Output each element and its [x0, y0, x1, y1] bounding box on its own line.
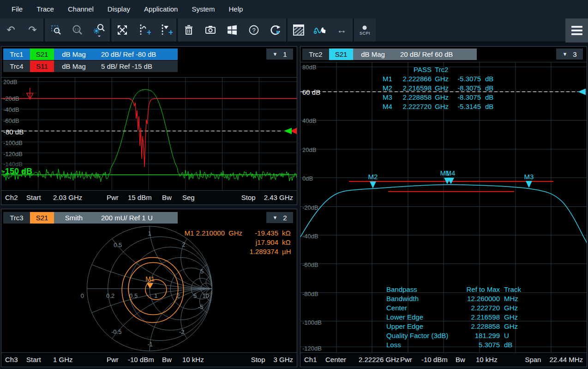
- window-selector-2[interactable]: ▼ 2: [266, 212, 293, 223]
- magnitude-chart-ch2[interactable]: 20dB-20dB-40dB-60dB-80 dB-100dB-120dB-14…: [1, 77, 297, 191]
- stop-label[interactable]: Stop: [241, 191, 256, 204]
- menu-item-display[interactable]: Display: [101, 0, 137, 18]
- span-value[interactable]: 22.44 MHz: [549, 353, 583, 366]
- bandwidth-value[interactable]: Seg: [182, 191, 195, 204]
- trace-scale[interactable]: 20 dB/ Ref -80 dB: [94, 48, 178, 60]
- svg-text:?: ?: [252, 27, 255, 34]
- channel-label[interactable]: Ch3: [5, 353, 26, 366]
- trace-scale[interactable]: 5 dB/ Ref -15 dB: [94, 60, 178, 72]
- start-value[interactable]: 1 GHz: [53, 353, 73, 366]
- marker-readout-table[interactable]: PASSTrc2M12.222866GHz-5.3075dBM22.216598…: [383, 65, 497, 111]
- trace-row-trc4[interactable]: Trc4 S11 dB Mag 5 dB/ Ref -15 dB: [3, 60, 178, 72]
- start-label[interactable]: Start: [26, 191, 53, 204]
- bandwidth-label[interactable]: Bw: [162, 353, 182, 366]
- trace-format[interactable]: dB Mag: [353, 48, 393, 60]
- trace-row-trc3[interactable]: Trc3 S21 Smith 200 mU/ Ref 1 U: [3, 212, 178, 224]
- undo-icon[interactable]: ↶: [0, 19, 22, 41]
- trace-trc3-s21[interactable]: [122, 258, 184, 323]
- trace-name[interactable]: Trc2: [302, 48, 329, 60]
- menu-item-channel[interactable]: Channel: [61, 0, 101, 18]
- stop-label[interactable]: Stop: [251, 353, 265, 366]
- window-2: Trc3 S21 Smith 200 mU/ Ref 1 U ▼ 2: [1, 209, 297, 367]
- bandwidth-value[interactable]: 10 kHz: [476, 353, 498, 366]
- bandpass-chart-ch1[interactable]: M2 M1 M4 M3 80dB60 dB40dB20dB0dB-20dB-40…: [300, 62, 587, 353]
- delete-icon[interactable]: [178, 19, 199, 41]
- menu-item-system[interactable]: System: [185, 0, 222, 18]
- trace-format[interactable]: dB Mag: [54, 60, 94, 72]
- menu-item-application[interactable]: Application: [137, 0, 185, 18]
- start-value[interactable]: 2.03 GHz: [53, 191, 82, 204]
- y-axis-label: -40dB: [3, 106, 19, 113]
- stop-value[interactable]: 3 GHz: [273, 353, 293, 366]
- trace-format[interactable]: Smith: [54, 212, 94, 224]
- window-selector-3[interactable]: ▼ 3: [556, 48, 583, 60]
- channel-label[interactable]: Ch1: [304, 353, 325, 366]
- bandpass-result-table[interactable]: BandpassRef to MaxTrackBandwidth12.26000…: [386, 285, 521, 350]
- smith-chart-ch3[interactable]: 00.20.5125100.5125-0.5-1-2-5 M1 M1 2.210…: [1, 226, 297, 353]
- bandwidth-label[interactable]: Bw: [162, 191, 182, 204]
- trace-row-trc2[interactable]: Trc2 S21 dB Mag 20 dB/ Ref 60 dB: [302, 48, 477, 60]
- menu-item-file[interactable]: File: [5, 0, 30, 18]
- menu-item-help[interactable]: Help: [222, 0, 250, 18]
- trace-row-trc1[interactable]: Trc1 S21 dB Mag 20 dB/ Ref -80 dB: [3, 48, 178, 60]
- bandwidth-label[interactable]: Bw: [456, 353, 476, 366]
- expand-icon[interactable]: [111, 19, 133, 41]
- smith-marker-readout[interactable]: M1 2.210000GHz-19.435kΩj17.904kΩ1.289374…: [173, 229, 294, 256]
- trace-parameter-badge[interactable]: S21: [30, 48, 54, 60]
- help-icon[interactable]: ?: [243, 19, 264, 41]
- marker-readout-value: M4: [383, 102, 396, 111]
- add-trace-icon[interactable]: +: [133, 19, 155, 41]
- trace-parameter-badge[interactable]: S11: [30, 60, 54, 72]
- power-value[interactable]: -10 dBm: [128, 353, 162, 366]
- restart-sweep-icon[interactable]: [264, 19, 286, 41]
- trace-scale[interactable]: 200 mU/ Ref 1 U: [94, 212, 178, 224]
- display-theme-icon[interactable]: [288, 19, 309, 41]
- bandpass-cell: dB: [500, 340, 512, 350]
- bandpass-cell: Track: [500, 285, 521, 294]
- power-value[interactable]: 15 dBm: [128, 191, 162, 204]
- stop-value[interactable]: 2.43 GHz: [264, 191, 293, 204]
- touch-trace-icon[interactable]: [309, 19, 331, 41]
- start-label[interactable]: Start: [26, 353, 53, 366]
- bandpass-cell: Loss: [386, 340, 456, 350]
- span-label[interactable]: Span: [525, 353, 541, 366]
- marker-m1-symbol[interactable]: [147, 283, 153, 289]
- power-label[interactable]: Pwr: [107, 191, 128, 204]
- menu-button[interactable]: [565, 18, 588, 42]
- center-value[interactable]: 2.22226 GHz: [359, 353, 399, 366]
- scpi-button[interactable]: SCPI: [354, 19, 376, 41]
- marker-symbol-trc4[interactable]: [27, 88, 33, 100]
- power-value[interactable]: -10 dBm: [421, 353, 456, 366]
- bandwidth-value[interactable]: 10 kHz: [182, 353, 204, 366]
- trace-parameter-badge[interactable]: S21: [329, 48, 353, 60]
- add-marker-icon[interactable]: +: [155, 19, 176, 41]
- redo-icon[interactable]: ↷: [22, 19, 43, 41]
- y-axis-label: 20dB: [302, 146, 316, 153]
- trace-name[interactable]: Trc1: [3, 48, 30, 60]
- marker-readout-row: 1.289374µH: [173, 247, 294, 256]
- trace-name[interactable]: Trc3: [3, 212, 30, 224]
- trace-format[interactable]: dB Mag: [54, 48, 94, 60]
- center-label[interactable]: Center: [325, 353, 359, 366]
- trace-scale[interactable]: 20 dB/ Ref 60 dB: [393, 48, 477, 60]
- zoom-settings-icon[interactable]: [88, 19, 110, 41]
- bandpass-row: Center2.222720GHz: [386, 303, 521, 313]
- zoom-1to1-icon[interactable]: 1:1: [66, 19, 88, 41]
- power-label[interactable]: Pwr: [400, 353, 421, 366]
- resize-icon[interactable]: ↔: [331, 19, 353, 41]
- power-label[interactable]: Pwr: [107, 353, 128, 366]
- ref-arrow-trc2[interactable]: [578, 89, 586, 95]
- zoom-select-icon[interactable]: [45, 19, 66, 41]
- menu-item-trace[interactable]: Trace: [30, 0, 61, 18]
- marker-readout-row: j17.904kΩ: [173, 238, 294, 247]
- trace-parameter-badge[interactable]: S21: [30, 212, 54, 224]
- trace-name[interactable]: Trc4: [3, 60, 30, 72]
- window-selector-1[interactable]: ▼ 1: [266, 48, 293, 60]
- windows-icon[interactable]: [221, 19, 243, 41]
- channel-label[interactable]: Ch2: [5, 191, 26, 204]
- bandpass-row: Quality Factor (3dB)181.299U: [386, 331, 521, 340]
- bandpass-cell: Bandwidth: [386, 294, 456, 303]
- screenshot-icon[interactable]: [199, 19, 221, 41]
- ref-arrow-trc1[interactable]: [284, 128, 292, 134]
- marker-readout-value: -8.3075: [451, 93, 481, 102]
